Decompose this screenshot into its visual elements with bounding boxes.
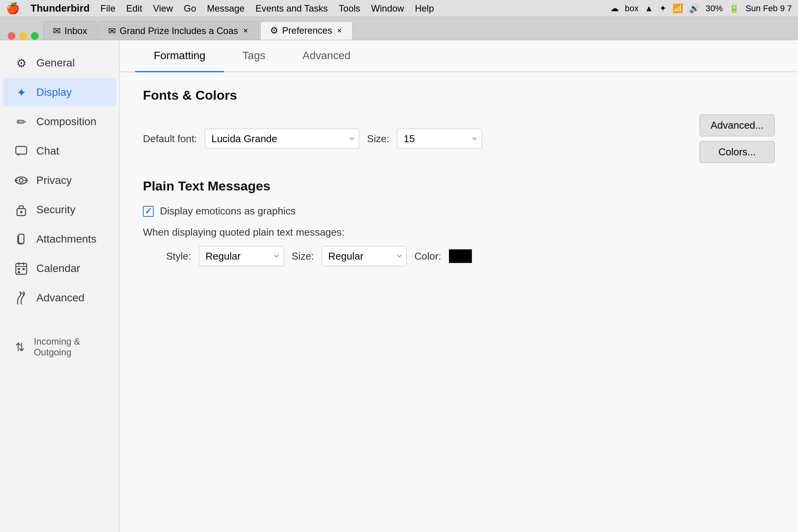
battery-icon: 🔋	[729, 3, 739, 14]
size-label: Size:	[367, 133, 389, 145]
tabbar: ✉ Inbox ✉ Grand Prize Includes a Coas ✕ …	[0, 17, 798, 40]
maximize-window-button[interactable]	[31, 32, 39, 40]
tab-advanced[interactable]: Advanced	[284, 40, 369, 72]
preferences-tab-label: Preferences	[282, 25, 332, 36]
size-select-plain[interactable]: Regular Smaller Larger	[322, 246, 407, 266]
fonts-colors-title: Fonts & Colors	[143, 88, 775, 103]
quoted-label: When displaying quoted plain text messag…	[143, 226, 775, 238]
svg-rect-13	[18, 271, 20, 273]
tab-preferences[interactable]: ⚙ Preferences ✕	[260, 21, 353, 40]
menu-help[interactable]: Help	[415, 3, 434, 14]
svg-rect-7	[16, 263, 27, 274]
datetime: Sun Feb 9 7	[745, 3, 792, 14]
default-font-label: Default font:	[143, 133, 197, 145]
volume-icon: 🔊	[689, 3, 700, 14]
sidebar-label-general: General	[36, 57, 75, 69]
sidebar-item-composition[interactable]: ✏ Composition	[3, 107, 116, 136]
content-tabs: Formatting Tags Advanced	[120, 40, 798, 72]
battery-percent: 30%	[706, 3, 723, 14]
app-name: Thunderbird	[31, 2, 90, 14]
display-icon: ✦	[14, 85, 29, 100]
style-row: Style: Regular Bold Italic Bold Italic S…	[143, 246, 775, 266]
gear-icon: ⚙	[14, 56, 29, 70]
paperclip-icon	[14, 232, 29, 246]
sidebar-item-security[interactable]: Security	[3, 195, 116, 224]
menu-events-tasks[interactable]: Events and Tasks	[255, 3, 328, 14]
preferences-tab-icon: ⚙	[270, 25, 278, 36]
apple-menu[interactable]: 🍎	[6, 2, 20, 15]
sidebar-item-advanced[interactable]: Advanced	[3, 284, 116, 312]
close-grand-prize-tab[interactable]: ✕	[242, 27, 249, 34]
emoticons-label: Display emoticons as graphics	[160, 205, 295, 217]
grand-prize-tab-icon: ✉	[108, 25, 116, 36]
sidebar-label-chat: Chat	[36, 145, 59, 157]
tab-inbox[interactable]: ✉ Inbox	[43, 21, 97, 40]
privacy-icon	[14, 173, 29, 188]
sidebar-label-attachments: Attachments	[36, 233, 97, 245]
chat-icon	[14, 144, 29, 158]
sidebar-item-privacy[interactable]: Privacy	[3, 166, 116, 195]
sidebar-label-composition: Composition	[36, 116, 97, 128]
sidebar-item-general[interactable]: ⚙ General	[3, 49, 116, 77]
plain-text-title: Plain Text Messages	[143, 178, 775, 194]
colors-button[interactable]: Colors...	[700, 141, 775, 163]
close-window-button[interactable]	[8, 32, 15, 40]
tab-tags[interactable]: Tags	[224, 40, 284, 72]
tab-grand-prize[interactable]: ✉ Grand Prize Includes a Coas ✕	[98, 21, 259, 40]
composition-icon: ✏	[14, 114, 29, 129]
tab-formatting[interactable]: Formatting	[135, 40, 224, 72]
advanced-tab-label: Advanced	[302, 49, 351, 61]
advanced-button[interactable]: Advanced...	[700, 114, 775, 136]
font-size-select[interactable]: 1011121314 1516182024	[397, 129, 482, 149]
menubar-right: ☁ box ▲ ✦ 📶 🔊 30% 🔋 Sun Feb 9 7	[610, 3, 792, 14]
fonts-colors-section: Fonts & Colors Default font: Lucida Gran…	[143, 88, 775, 163]
wifi-icon: 📶	[672, 3, 683, 14]
content-body: Fonts & Colors Default font: Lucida Gran…	[120, 72, 798, 532]
menubar: 🍎 Thunderbird File Edit View Go Message …	[0, 0, 798, 17]
menu-message[interactable]: Message	[207, 3, 244, 14]
bluetooth-icon: ✦	[659, 3, 666, 14]
sidebar-label-incoming-outgoing: Incoming & Outgoing	[34, 336, 105, 358]
inbox-tab-label: Inbox	[65, 25, 87, 36]
font-buttons: Advanced... Colors...	[700, 114, 775, 163]
menu-edit[interactable]: Edit	[126, 3, 142, 14]
color-label: Color:	[414, 250, 441, 262]
style-label: Style:	[166, 250, 191, 262]
menu-tools[interactable]: Tools	[339, 3, 360, 14]
window-controls	[8, 32, 39, 40]
plain-text-section: Plain Text Messages Display emoticons as…	[143, 178, 775, 266]
emoticons-checkbox[interactable]	[143, 206, 154, 217]
sidebar-label-privacy: Privacy	[36, 174, 72, 187]
sidebar: ⚙ General ✦ Display ✏ Composition Chat	[0, 40, 120, 532]
sidebar-label-calendar: Calendar	[36, 262, 80, 275]
sidebar-label-advanced: Advanced	[36, 292, 85, 304]
sidebar-item-display[interactable]: ✦ Display	[3, 78, 116, 107]
svg-rect-12	[22, 268, 25, 270]
menu-go[interactable]: Go	[184, 3, 196, 14]
sidebar-item-attachments[interactable]: Attachments	[3, 225, 116, 253]
svg-rect-11	[18, 268, 20, 270]
menu-window[interactable]: Window	[371, 3, 404, 14]
sidebar-item-incoming-outgoing[interactable]: ⇅ Incoming & Outgoing	[3, 329, 116, 365]
emoticons-row: Display emoticons as graphics	[143, 205, 775, 217]
close-preferences-tab[interactable]: ✕	[336, 27, 343, 34]
main-layout: ⚙ General ✦ Display ✏ Composition Chat	[0, 40, 798, 532]
inbox-tab-icon: ✉	[53, 25, 61, 36]
content-area: Formatting Tags Advanced Fonts & Colors …	[120, 40, 798, 532]
box-icon: box	[625, 3, 638, 14]
sidebar-label-display: Display	[36, 86, 72, 99]
minimize-window-button[interactable]	[19, 32, 27, 40]
svg-rect-0	[16, 146, 27, 154]
cloud-icon: ☁	[610, 3, 619, 14]
color-swatch[interactable]	[449, 249, 472, 263]
sidebar-item-calendar[interactable]: Calendar	[3, 254, 116, 283]
server-icon: ⇅	[14, 340, 26, 354]
default-font-select[interactable]: Lucida Grande Arial Helvetica Times New …	[205, 129, 359, 149]
svg-point-6	[20, 211, 22, 213]
sidebar-item-chat[interactable]: Chat	[3, 137, 116, 165]
advanced-icon	[14, 291, 29, 305]
menu-view[interactable]: View	[153, 3, 173, 14]
tags-tab-label: Tags	[243, 49, 265, 61]
menu-file[interactable]: File	[100, 3, 115, 14]
style-select[interactable]: Regular Bold Italic Bold Italic	[199, 246, 284, 266]
